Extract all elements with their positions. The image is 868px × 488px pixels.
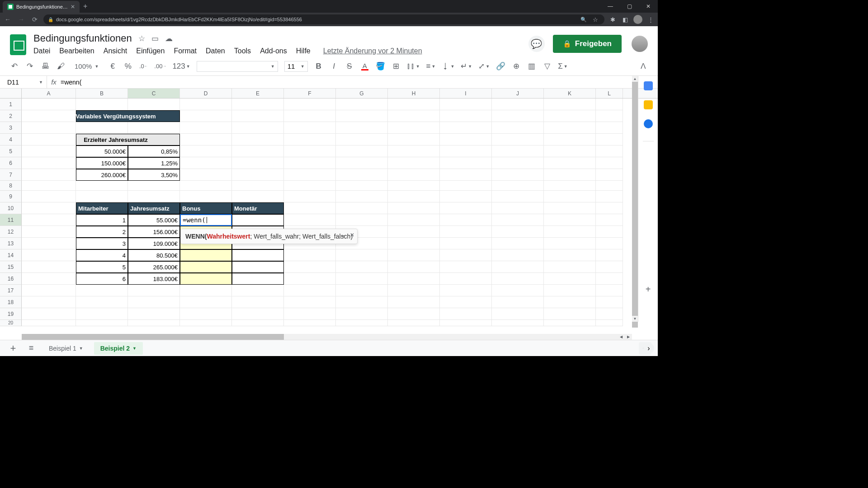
font-size-dropdown[interactable]: 11 ▼ — [284, 61, 308, 72]
chrome-profile-icon[interactable] — [633, 15, 642, 24]
side-panel-toggle-icon[interactable]: › — [643, 343, 654, 354]
cell[interactable]: 6 — [76, 273, 128, 285]
insert-comment-button[interactable]: ⊕ — [512, 61, 521, 71]
extensions-icon[interactable]: ✱ — [608, 16, 617, 23]
currency-button[interactable]: € — [108, 62, 117, 71]
cell[interactable]: 1 — [76, 214, 128, 226]
sheet-tab-beispiel1[interactable]: Beispiel 1 ▼ — [42, 342, 90, 355]
formula-input[interactable]: =wenn( — [61, 79, 658, 86]
menu-format[interactable]: Format — [174, 47, 197, 55]
col-header-D[interactable]: D — [180, 89, 232, 98]
col-header-L[interactable]: L — [596, 89, 623, 98]
undo-button[interactable]: ↶ — [10, 61, 19, 71]
cell[interactable]: 55.000€ — [128, 214, 180, 226]
menu-daten[interactable]: Daten — [206, 47, 225, 55]
filter-button[interactable]: ▽ — [542, 61, 552, 71]
merge-cells-button[interactable]: ⫿⫿▼ — [407, 62, 420, 71]
text-color-button[interactable]: A — [360, 62, 369, 70]
cell[interactable]: 50.000€ — [76, 145, 128, 157]
spreadsheet-grid[interactable]: A B C D E F G H I J K L 1 2Variables Ver… — [0, 89, 658, 333]
row-header[interactable]: 7 — [0, 169, 22, 181]
zoom-icon[interactable]: 🔍 — [579, 17, 588, 23]
bookmark-icon[interactable]: ☆ — [591, 16, 600, 23]
cell[interactable]: 109.000€ — [128, 238, 180, 249]
row-header[interactable]: 5 — [0, 145, 22, 157]
cell[interactable]: 0,85% — [128, 145, 180, 157]
row-header[interactable]: 4 — [0, 134, 22, 145]
select-all-corner[interactable] — [0, 89, 22, 98]
col-header-E[interactable]: E — [232, 89, 284, 98]
cell[interactable]: 260.000€ — [76, 169, 128, 181]
add-addon-icon[interactable]: + — [646, 284, 651, 295]
vertical-align-button[interactable]: ⭣▼ — [442, 62, 454, 71]
cell[interactable]: 1,25% — [128, 157, 180, 169]
cell[interactable] — [232, 249, 284, 261]
col-header-K[interactable]: K — [544, 89, 596, 98]
forward-button[interactable]: → — [16, 16, 26, 23]
insert-chart-button[interactable]: ▥ — [527, 61, 536, 71]
row-header[interactable]: 9 — [0, 191, 22, 202]
add-sheet-button[interactable]: + — [6, 343, 20, 354]
share-button[interactable]: 🔒 Freigeben — [553, 35, 622, 53]
tooltip-close-icon[interactable]: ✕ — [350, 232, 354, 238]
calendar-icon[interactable] — [644, 81, 653, 90]
tooltip-expand-icon[interactable]: ⌄ — [341, 232, 345, 238]
close-window-icon[interactable]: ✕ — [639, 0, 658, 13]
cell[interactable]: 3,50% — [128, 169, 180, 181]
active-cell-D11[interactable]: =wenn( — [180, 214, 232, 226]
col-header-B[interactable]: B — [76, 89, 128, 98]
row-header[interactable]: 10 — [0, 202, 22, 214]
sheet-tab-beispiel2[interactable]: Beispiel 2 ▼ — [94, 342, 143, 355]
keep-icon[interactable] — [644, 100, 653, 109]
col-header-J[interactable]: J — [492, 89, 544, 98]
row-header[interactable]: 20 — [0, 320, 22, 326]
menu-addons[interactable]: Add-ons — [260, 47, 287, 55]
menu-ansicht[interactable]: Ansicht — [104, 47, 127, 55]
scroll-down-icon[interactable]: ▼ — [632, 316, 638, 322]
col-header-A[interactable]: A — [22, 89, 76, 98]
scroll-right-icon[interactable]: ▶ — [625, 334, 632, 340]
text-wrap-button[interactable]: ↵▼ — [461, 61, 472, 71]
cell[interactable]: 3 — [76, 238, 128, 249]
row-header[interactable]: 1 — [0, 99, 22, 110]
move-icon[interactable]: ▭ — [151, 34, 159, 43]
menu-hilfe[interactable]: Hilfe — [296, 47, 311, 55]
cell[interactable]: 5 — [76, 261, 128, 273]
row-header[interactable]: 3 — [0, 122, 22, 134]
print-button[interactable]: 🖶 — [41, 62, 50, 71]
last-edit-link[interactable]: Letzte Änderung vor 2 Minuten — [323, 47, 422, 55]
row-header[interactable]: 16 — [0, 273, 22, 285]
col-header-I[interactable]: I — [440, 89, 492, 98]
row-header[interactable]: 14 — [0, 249, 22, 261]
close-tab-icon[interactable]: ✕ — [71, 4, 75, 10]
menu-einfuegen[interactable]: Einfügen — [136, 47, 165, 55]
zoom-dropdown[interactable]: 100% ▼ — [71, 61, 102, 71]
menu-tools[interactable]: Tools — [234, 47, 251, 55]
row-header[interactable]: 11 — [0, 214, 22, 226]
chevron-down-icon[interactable]: ▼ — [132, 346, 137, 351]
cell[interactable]: 150.000€ — [76, 157, 128, 169]
scroll-left-icon[interactable]: ◀ — [618, 334, 624, 340]
strikethrough-button[interactable]: S — [345, 62, 354, 71]
star-icon[interactable]: ☆ — [138, 34, 145, 43]
new-tab-button[interactable]: + — [83, 2, 87, 10]
paint-format-button[interactable]: 🖌 — [56, 62, 65, 71]
row-header[interactable]: 18 — [0, 296, 22, 308]
comments-icon[interactable]: 💬 — [528, 36, 545, 52]
row-header[interactable]: 15 — [0, 261, 22, 273]
row-header[interactable]: 17 — [0, 285, 22, 296]
vertical-scrollbar[interactable]: ▲ ▼ — [632, 76, 638, 322]
chevron-down-icon[interactable]: ▼ — [79, 346, 83, 351]
cell[interactable] — [180, 273, 232, 285]
text-rotation-button[interactable]: ⤢▼ — [478, 61, 490, 71]
insert-link-button[interactable]: 🔗 — [496, 61, 505, 71]
cell[interactable]: 2 — [76, 226, 128, 238]
col-header-F[interactable]: F — [284, 89, 336, 98]
name-box[interactable]: D11 ▼ — [4, 76, 47, 88]
borders-button[interactable]: ⊞ — [392, 61, 401, 71]
font-family-dropdown[interactable]: ▼ — [197, 61, 278, 72]
minimize-icon[interactable]: — — [601, 0, 620, 13]
percent-button[interactable]: % — [123, 62, 132, 71]
col-header-G[interactable]: G — [336, 89, 388, 98]
address-bar[interactable]: 🔒 docs.google.com/spreadsheets/d/1vg2Rcd… — [43, 14, 604, 24]
